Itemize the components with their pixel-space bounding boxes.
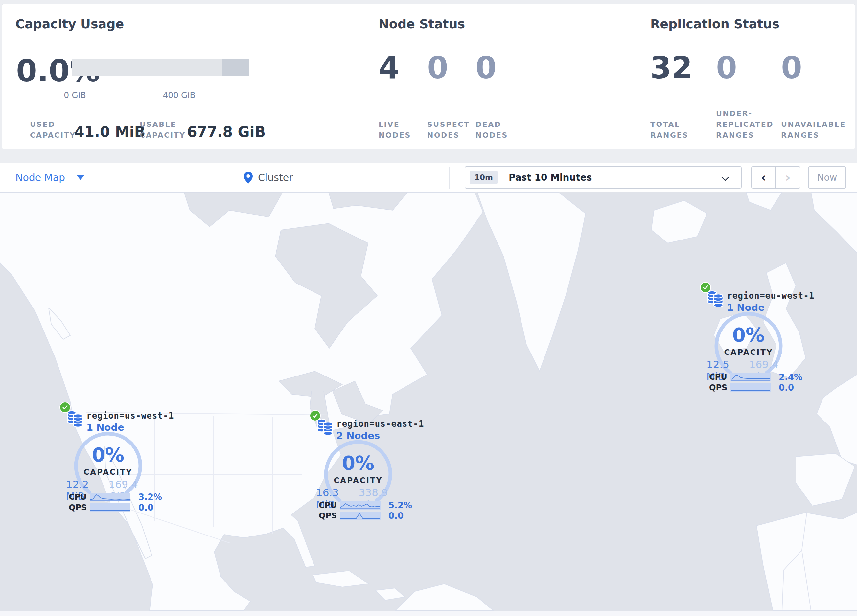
region-marker-us-west-1[interactable]: region=us-west-1 1 Node 0% CAPACITY 12.2… bbox=[46, 400, 170, 515]
breadcrumb-label: Cluster bbox=[258, 172, 293, 183]
region-name: region=eu-west-1 bbox=[727, 291, 814, 301]
region-name: region=us-east-1 bbox=[337, 419, 424, 429]
qps-label: QPS bbox=[709, 383, 730, 392]
live-nodes-label: LIVE NODES bbox=[379, 119, 421, 140]
view-selector-dropdown[interactable]: Node Map bbox=[15, 163, 84, 192]
database-stack-icon bbox=[316, 417, 334, 435]
dead-nodes-label: DEAD NODES bbox=[475, 119, 518, 140]
cpu-label: CPU bbox=[319, 501, 340, 510]
capacity-bar-reserved-segment bbox=[223, 59, 249, 76]
capacity-tick bbox=[127, 82, 127, 88]
qps-sparkline bbox=[340, 511, 381, 520]
cpu-value: 5.2% bbox=[388, 500, 412, 510]
qps-sparkline bbox=[730, 383, 771, 392]
capacity-tick-label: 0 GiB bbox=[49, 90, 101, 100]
cpu-label: CPU bbox=[69, 492, 90, 502]
qps-value: 0.0 bbox=[138, 503, 153, 513]
unavailable-count: 0 bbox=[781, 53, 802, 83]
usable-capacity-value: 677.8 GiB bbox=[187, 125, 266, 139]
under-replicated-label: UNDER-REPLICATED RANGES bbox=[716, 108, 778, 140]
map-cuba bbox=[313, 571, 369, 587]
cluster-summary-panel: Capacity Usage 0.0% 0 GiB 400 GiB USED C… bbox=[2, 4, 855, 150]
total-ranges-label: TOTAL RANGES bbox=[650, 119, 699, 140]
capacity-tick-label: 400 GiB bbox=[153, 90, 206, 100]
cpu-sparkline bbox=[90, 493, 130, 501]
cpu-value: 2.4% bbox=[779, 372, 803, 382]
region-capacity-percent: 0% bbox=[296, 454, 421, 473]
under-replicated-count: 0 bbox=[716, 53, 737, 83]
live-nodes-count: 4 bbox=[379, 53, 399, 83]
map-south-america bbox=[395, 584, 493, 611]
node-status-title: Node Status bbox=[379, 17, 465, 31]
region-capacity-label: CAPACITY bbox=[686, 348, 811, 357]
map-hispaniola bbox=[375, 588, 405, 600]
cpu-label: CPU bbox=[709, 372, 730, 382]
dead-nodes-count: 0 bbox=[475, 53, 497, 83]
cpu-sparkline bbox=[340, 501, 381, 509]
qps-sparkline bbox=[90, 503, 130, 512]
time-range-dropdown[interactable]: 10m Past 10 Minutes bbox=[465, 166, 742, 188]
map-pin-icon bbox=[244, 172, 253, 184]
caret-down-icon bbox=[77, 176, 84, 180]
view-selector-label: Node Map bbox=[15, 172, 65, 183]
map-iceland bbox=[651, 201, 707, 243]
qps-value: 0.0 bbox=[779, 383, 794, 392]
time-prev-button[interactable]: ‹ bbox=[752, 167, 776, 188]
map-france bbox=[817, 375, 857, 465]
unavailable-label: UNAVAILABLE RANGES bbox=[781, 119, 850, 140]
capacity-tick bbox=[230, 82, 231, 88]
region-capacity-percent: 0% bbox=[686, 326, 811, 344]
chevron-down-icon bbox=[722, 174, 729, 181]
capacity-tick bbox=[74, 82, 75, 88]
time-range-badge: 10m bbox=[470, 170, 498, 184]
region-capacity-label: CAPACITY bbox=[296, 476, 421, 485]
map-greenland bbox=[477, 192, 586, 371]
usable-capacity-label: USABLE CAPACITY bbox=[140, 119, 189, 140]
total-ranges-count: 32 bbox=[650, 53, 692, 83]
breadcrumb[interactable]: Cluster bbox=[244, 163, 293, 192]
region-marker-eu-west-1[interactable]: region=eu-west-1 1 Node 0% CAPACITY 12.5… bbox=[686, 280, 811, 395]
map-island bbox=[746, 192, 782, 210]
map-iberia bbox=[796, 453, 855, 506]
database-stack-icon bbox=[707, 289, 724, 307]
map-north-africa bbox=[756, 513, 857, 611]
map-toolbar: Node Map Cluster 10m Past 10 Minutes ‹ ›… bbox=[0, 163, 857, 192]
cpu-sparkline bbox=[730, 373, 771, 381]
region-capacity-label: CAPACITY bbox=[46, 468, 170, 476]
capacity-usage-title: Capacity Usage bbox=[15, 17, 124, 31]
toolbar-divider bbox=[449, 167, 450, 188]
region-marker-us-east-1[interactable]: region=us-east-1 2 Nodes 0% CAPACITY 16.… bbox=[296, 408, 421, 523]
cpu-value: 3.2% bbox=[138, 492, 162, 502]
suspect-nodes-label: SUSPECT NODES bbox=[427, 119, 476, 140]
used-capacity-value: 41.0 MiB bbox=[74, 125, 145, 139]
time-range-label: Past 10 Minutes bbox=[509, 172, 592, 183]
suspect-nodes-count: 0 bbox=[427, 53, 448, 83]
replication-status-title: Replication Status bbox=[650, 17, 780, 31]
qps-label: QPS bbox=[319, 511, 340, 520]
time-next-button[interactable]: › bbox=[776, 167, 800, 188]
map-scandinavia bbox=[811, 192, 857, 253]
capacity-bar bbox=[72, 59, 249, 76]
page-footer bbox=[0, 611, 857, 616]
qps-label: QPS bbox=[69, 503, 90, 512]
used-capacity-label: USED CAPACITY bbox=[30, 119, 76, 140]
time-step-buttons: ‹ › bbox=[751, 166, 800, 188]
region-name: region=us-west-1 bbox=[87, 411, 174, 420]
qps-value: 0.0 bbox=[388, 511, 404, 521]
database-stack-icon bbox=[66, 409, 84, 427]
now-button[interactable]: Now bbox=[808, 166, 846, 188]
region-capacity-percent: 0% bbox=[46, 446, 170, 465]
capacity-tick bbox=[179, 82, 179, 88]
